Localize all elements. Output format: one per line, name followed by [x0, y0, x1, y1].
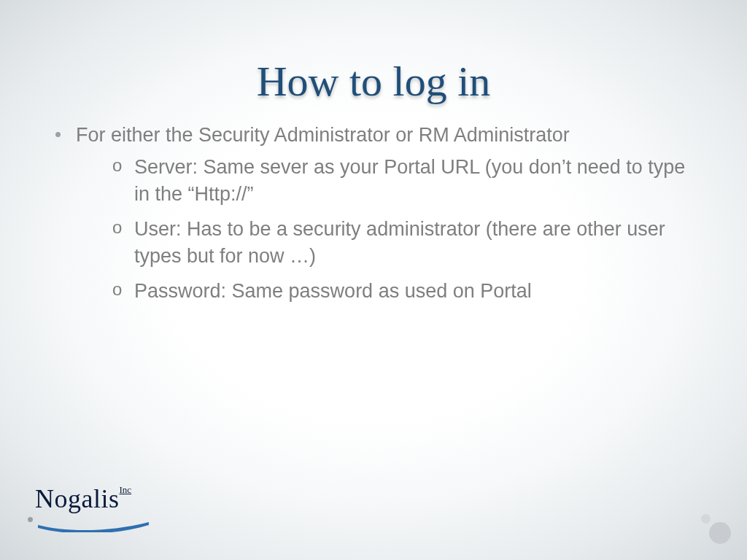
logo-swoosh-icon	[36, 519, 150, 532]
sub-bullet-item: User: Has to be a security administrator…	[109, 216, 696, 269]
company-logo: NogalisInc	[35, 486, 166, 531]
logo-suffix: Inc	[120, 484, 132, 495]
bullet-text: For either the Security Administrator or…	[76, 124, 570, 146]
sub-bullet-text: Server: Same sever as your Portal URL (y…	[134, 156, 685, 204]
sub-bullet-item: Server: Same sever as your Portal URL (y…	[109, 154, 696, 207]
sub-bullet-item: Password: Same password as used on Porta…	[109, 278, 696, 304]
corner-decor-icon	[687, 500, 731, 544]
slide: How to log in For either the Security Ad…	[0, 0, 747, 560]
sub-bullet-text: User: Has to be a security administrator…	[134, 218, 665, 266]
slide-title: How to log in	[51, 57, 696, 106]
logo-text: Nogalis	[35, 486, 120, 512]
logo-bullet-icon	[28, 517, 33, 522]
sub-bullet-text: Password: Same password as used on Porta…	[134, 280, 532, 302]
bullet-item: For either the Security Administrator or…	[51, 122, 696, 305]
sub-bullet-list: Server: Same sever as your Portal URL (y…	[76, 154, 696, 304]
bullet-list: For either the Security Administrator or…	[51, 122, 696, 305]
